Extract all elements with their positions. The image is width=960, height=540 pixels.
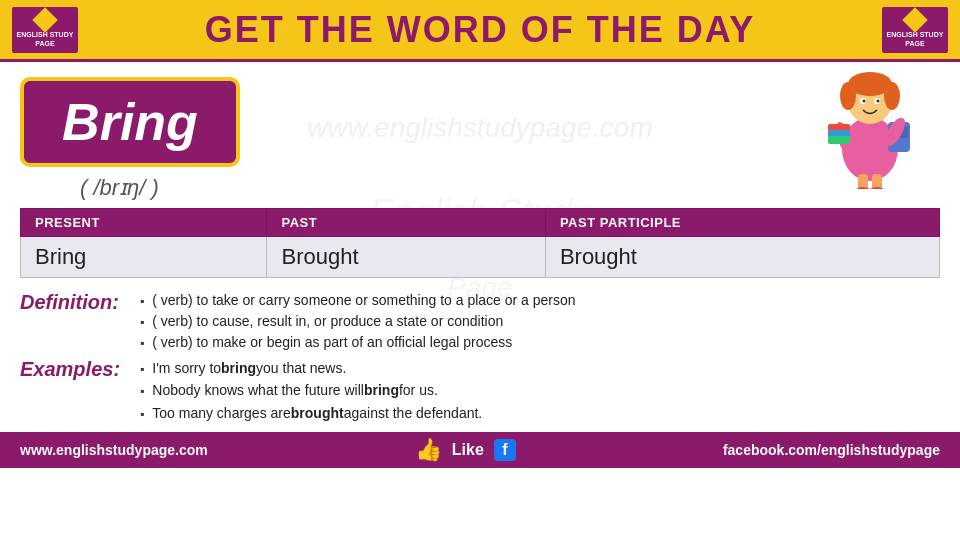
svg-rect-15 xyxy=(828,136,850,144)
definition-section: Definition: ( verb) to take or carry som… xyxy=(20,290,940,353)
example-item-3: Too many charges are brought against the… xyxy=(140,402,482,424)
examples-label: Examples: xyxy=(20,357,140,381)
example-item-2: Nobody knows what the future will bring … xyxy=(140,379,482,401)
facebook-icon: f xyxy=(494,439,516,461)
svg-point-4 xyxy=(884,82,900,110)
table-header-row: PRESENT PAST PAST PARTICIPLE xyxy=(21,209,940,237)
logo-right: ENGLISH STUDY PAGE xyxy=(880,5,950,55)
word-box: Bring xyxy=(20,77,240,167)
pronunciation: ( /brɪŋ/ ) xyxy=(80,175,240,201)
conjugation-table: PRESENT PAST PAST PARTICIPLE Bring Broug… xyxy=(20,208,940,278)
svg-point-7 xyxy=(863,100,866,103)
list-item: ( verb) to cause, result in, or produce … xyxy=(140,311,576,332)
svg-rect-17 xyxy=(872,174,882,189)
thumbs-up-icon: 👍 xyxy=(415,437,442,463)
col-present: PRESENT xyxy=(21,209,267,237)
word-area: Bring ( /brɪŋ/ ) xyxy=(20,77,240,201)
cell-present: Bring xyxy=(21,237,267,278)
footer-url-left: www.englishstudypage.com xyxy=(20,442,208,458)
list-item: ( verb) to take or carry someone or some… xyxy=(140,290,576,311)
examples-list: I'm sorry to bring you that news. Nobody… xyxy=(140,357,482,424)
table-data-row: Bring Brought Brought xyxy=(21,237,940,278)
cell-past-participle: Brought xyxy=(545,237,939,278)
svg-point-18 xyxy=(855,187,871,189)
like-label: Like xyxy=(452,441,484,459)
logo-left: ENGLISH STUDY PAGE xyxy=(10,5,80,55)
bold-bring-1: bring xyxy=(221,357,256,379)
list-item: ( verb) to make or begin as part of an o… xyxy=(140,332,576,353)
content-section: Definition: ( verb) to take or carry som… xyxy=(0,286,960,432)
svg-point-8 xyxy=(877,100,880,103)
definition-label: Definition: xyxy=(20,290,140,314)
svg-rect-16 xyxy=(858,174,868,189)
header-title: GET THE WORD OF THE DAY xyxy=(205,9,756,51)
cartoon-character xyxy=(810,54,940,184)
footer: www.englishstudypage.com 👍 Like f facebo… xyxy=(0,432,960,468)
example-item-1: I'm sorry to bring you that news. xyxy=(140,357,482,379)
col-past-participle: PAST PARTICIPLE xyxy=(545,209,939,237)
examples-section: Examples: I'm sorry to bring you that ne… xyxy=(20,357,940,424)
svg-point-3 xyxy=(840,82,856,110)
footer-url-right: facebook.com/englishstudypage xyxy=(723,442,940,458)
cartoon-svg xyxy=(810,54,930,189)
cell-past: Brought xyxy=(267,237,545,278)
svg-point-19 xyxy=(869,187,885,189)
definition-list: ( verb) to take or carry someone or some… xyxy=(140,290,576,353)
bold-bring-2: bring xyxy=(364,379,399,401)
bold-brought: brought xyxy=(291,402,344,424)
top-section: Bring ( /brɪŋ/ ) xyxy=(0,62,960,206)
col-past: PAST xyxy=(267,209,545,237)
main-content: www.englishstudypage.com English Study P… xyxy=(0,62,960,432)
header: ENGLISH STUDY PAGE GET THE WORD OF THE D… xyxy=(0,0,960,62)
footer-like-section: 👍 Like f xyxy=(415,437,516,463)
